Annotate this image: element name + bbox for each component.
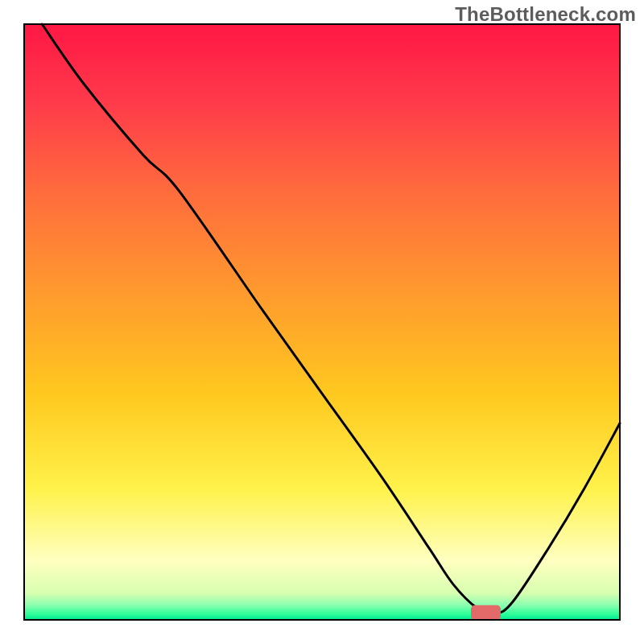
chart-frame: TheBottleneck.com <box>0 0 644 644</box>
optimal-range-marker <box>471 605 501 621</box>
bottleneck-chart <box>0 0 644 644</box>
watermark-text: TheBottleneck.com <box>455 3 636 26</box>
plot-background <box>24 24 620 620</box>
